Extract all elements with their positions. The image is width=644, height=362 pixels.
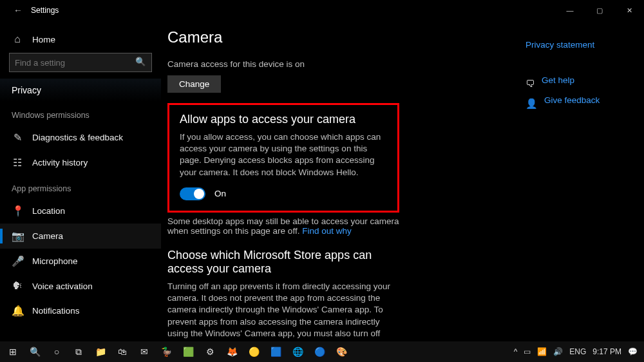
choose-apps-description: Turning off an app prevents it from dire… bbox=[167, 281, 399, 341]
start-button[interactable]: ⊞ bbox=[3, 343, 23, 361]
chrome-alt-icon[interactable]: 🟡 bbox=[243, 343, 264, 361]
app-icon-2[interactable]: 🟩 bbox=[178, 343, 198, 361]
microphone-icon: 🎤 bbox=[12, 255, 23, 267]
activity-label: Activity history bbox=[32, 158, 88, 167]
action-center-icon[interactable]: 💬 bbox=[628, 347, 638, 356]
change-button[interactable]: Change bbox=[167, 75, 221, 93]
back-button[interactable]: ← bbox=[5, 5, 31, 15]
edge-icon[interactable]: 🌐 bbox=[287, 343, 308, 361]
choose-apps-heading: Choose which Microsoft Store apps can ac… bbox=[167, 249, 399, 276]
privacy-heading: Privacy bbox=[0, 79, 161, 102]
paint-icon[interactable]: 🎨 bbox=[331, 343, 352, 361]
aside-panel: Privacy statement 🗨Get help 👤Give feedba… bbox=[515, 21, 644, 341]
maximize-button[interactable]: ▢ bbox=[585, 0, 614, 21]
explorer-icon[interactable]: 📁 bbox=[90, 343, 111, 361]
get-help-link[interactable]: Get help bbox=[542, 75, 574, 85]
sidebar-item-camera[interactable]: 📷 Camera bbox=[0, 224, 161, 249]
tray-chevron-icon[interactable]: ^ bbox=[514, 347, 518, 356]
diagnostics-icon: ✎ bbox=[12, 131, 23, 144]
volume-icon[interactable]: 🔊 bbox=[553, 347, 563, 356]
sidebar-item-diagnostics[interactable]: ✎ Diagnostics & feedback bbox=[0, 125, 161, 150]
sidebar: ⌂ Home 🔍 Privacy Windows permissions ✎ D… bbox=[0, 21, 161, 341]
activity-icon: ☷ bbox=[12, 157, 23, 169]
feedback-icon: 👤 bbox=[526, 98, 538, 110]
notifications-label: Notifications bbox=[32, 306, 80, 316]
access-status: Camera access for this device is on bbox=[167, 59, 496, 69]
allow-apps-toggle[interactable] bbox=[180, 187, 205, 200]
location-icon: 📍 bbox=[12, 205, 23, 217]
sidebar-item-microphone[interactable]: 🎤 Microphone bbox=[0, 249, 161, 274]
sidebar-item-notifications[interactable]: 🔔 Notifications bbox=[0, 298, 161, 323]
battery-icon[interactable]: ▭ bbox=[524, 347, 531, 356]
cortana-icon[interactable]: ○ bbox=[46, 343, 67, 361]
search-input[interactable] bbox=[9, 53, 152, 72]
voice-label: Voice activation bbox=[32, 281, 93, 291]
page-title: Camera bbox=[167, 28, 496, 46]
app-permissions-category: App permissions bbox=[0, 175, 161, 198]
system-tray[interactable]: ^ ▭ 📶 🔊 ENG 9:17 PM 💬 bbox=[514, 347, 641, 356]
give-feedback-link[interactable]: Give feedback bbox=[544, 95, 600, 105]
minimize-button[interactable]: — bbox=[555, 0, 585, 21]
microphone-label: Microphone bbox=[32, 256, 78, 266]
close-button[interactable]: ✕ bbox=[614, 0, 644, 21]
search-icon: 🔍 bbox=[135, 57, 146, 66]
wifi-icon[interactable]: 📶 bbox=[537, 347, 547, 356]
msapp-icon[interactable]: 🟦 bbox=[265, 343, 286, 361]
sidebar-item-voice[interactable]: 🗣 Voice activation bbox=[0, 274, 161, 298]
allow-apps-section: Allow apps to access your camera If you … bbox=[167, 103, 399, 213]
find-out-why-link[interactable]: Find out why bbox=[302, 226, 352, 236]
clock[interactable]: 9:17 PM bbox=[592, 347, 621, 356]
language-indicator[interactable]: ENG bbox=[569, 347, 586, 356]
search-task-icon[interactable]: 🔍 bbox=[24, 343, 45, 361]
taskbar: ⊞ 🔍 ○ ⧉ 📁 🛍 ✉ 🦆 🟩 ⚙ 🦊 🟡 🟦 🌐 🔵 🎨 ^ ▭ 📶 🔊 … bbox=[0, 341, 644, 362]
sidebar-item-activity[interactable]: ☷ Activity history bbox=[0, 150, 161, 175]
camera-label: Camera bbox=[32, 231, 63, 241]
diagnostics-label: Diagnostics & feedback bbox=[32, 133, 123, 142]
windows-permissions-category: Windows permissions bbox=[0, 102, 161, 125]
notifications-icon: 🔔 bbox=[12, 305, 23, 317]
location-label: Location bbox=[32, 206, 65, 216]
home-icon: ⌂ bbox=[12, 33, 23, 45]
sidebar-item-location[interactable]: 📍 Location bbox=[0, 198, 161, 224]
firefox-icon[interactable]: 🦊 bbox=[222, 343, 242, 361]
titlebar: ← Settings — ▢ ✕ bbox=[0, 0, 644, 21]
camera-icon: 📷 bbox=[12, 230, 23, 242]
settings-taskbar-icon[interactable]: ⚙ bbox=[200, 343, 220, 361]
allow-apps-heading: Allow apps to access your camera bbox=[180, 113, 387, 126]
help-icon: 🗨 bbox=[526, 78, 535, 89]
voice-icon: 🗣 bbox=[12, 280, 23, 292]
home-label: Home bbox=[32, 35, 55, 44]
chrome-icon[interactable]: 🔵 bbox=[309, 343, 330, 361]
desktop-apps-note: Some desktop apps may still be able to a… bbox=[167, 216, 399, 236]
taskview-icon[interactable]: ⧉ bbox=[68, 343, 89, 361]
mail-icon[interactable]: ✉ bbox=[134, 343, 155, 361]
privacy-statement-link[interactable]: Privacy statement bbox=[526, 40, 634, 50]
home-nav[interactable]: ⌂ Home bbox=[0, 27, 161, 52]
app-icon-1[interactable]: 🦆 bbox=[156, 343, 176, 361]
allow-apps-toggle-label: On bbox=[214, 189, 226, 198]
allow-apps-description: If you allow access, you can choose whic… bbox=[180, 131, 387, 178]
window-title: Settings bbox=[31, 6, 59, 15]
main-content: Camera Camera access for this device is … bbox=[161, 21, 515, 341]
store-icon[interactable]: 🛍 bbox=[112, 343, 133, 361]
